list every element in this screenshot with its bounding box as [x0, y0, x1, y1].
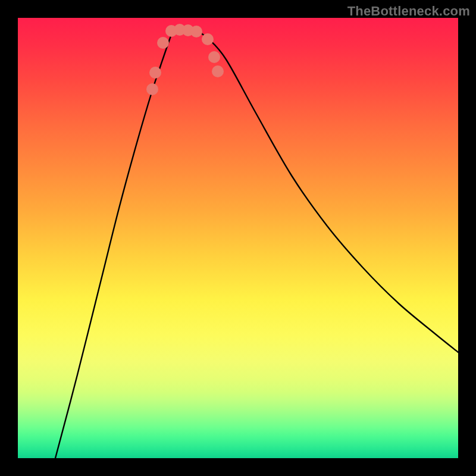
highlight-dot — [146, 83, 158, 95]
highlight-dot — [149, 67, 161, 79]
highlight-dot — [157, 37, 169, 49]
highlight-dot — [202, 33, 214, 45]
chart-frame: TheBottleneck.com — [0, 0, 476, 476]
watermark-text: TheBottleneck.com — [347, 4, 470, 19]
highlight-dot — [190, 26, 202, 37]
highlight-dot — [212, 65, 224, 77]
highlight-dots — [146, 24, 224, 95]
plot-area — [18, 18, 458, 458]
highlight-dot — [208, 51, 220, 63]
bottleneck-curve — [55, 30, 458, 458]
curve-svg — [18, 18, 458, 458]
